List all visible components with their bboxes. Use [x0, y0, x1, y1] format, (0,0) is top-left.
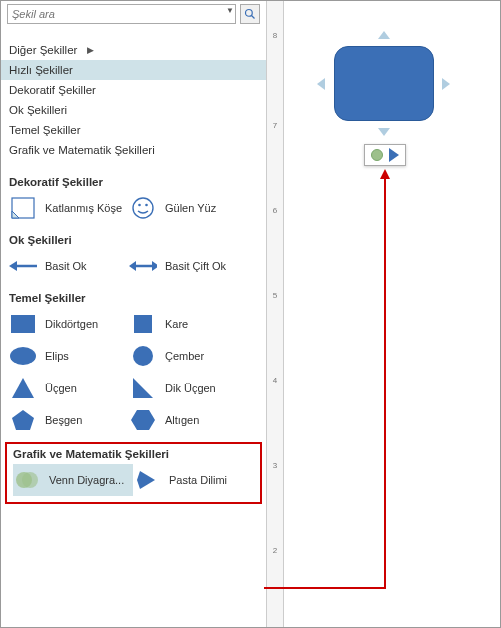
- callout-arrow-horizontal: [264, 587, 384, 589]
- category-arrows[interactable]: Ok Şekilleri: [1, 100, 266, 120]
- category-label: Diğer Şekiller: [9, 44, 77, 56]
- shape-grid: Basit Ok Basit Çift Ok: [9, 250, 258, 282]
- venn-mini-icon[interactable]: [371, 149, 383, 161]
- ruler-tick: 4: [267, 376, 283, 385]
- shape-rectangle[interactable]: Dikdörtgen: [9, 308, 129, 340]
- shape-folded-corner[interactable]: Katlanmış Köşe: [9, 192, 129, 224]
- shape-triangle[interactable]: Üçgen: [9, 372, 129, 404]
- section-arrows: Ok Şekilleri Basit Ok Basit Çift Ok: [1, 228, 266, 286]
- square-icon: [129, 312, 157, 336]
- category-decorative[interactable]: Dekoratif Şekiller: [1, 80, 266, 100]
- rounded-rectangle-shape[interactable]: [334, 46, 434, 121]
- category-label: Hızlı Şekiller: [9, 64, 73, 76]
- hexagon-icon: [129, 408, 157, 432]
- shape-grid: Katlanmış Köşe Gülen Yüz: [9, 192, 258, 224]
- shapes-pane: ▼ Diğer Şekiller ▶ Hızlı Şekiller Dekora…: [1, 1, 266, 627]
- shape-label: Dik Üçgen: [165, 382, 216, 394]
- shape-label: Gülen Yüz: [165, 202, 216, 214]
- drawing-canvas[interactable]: [284, 1, 500, 627]
- shape-hexagon[interactable]: Altıgen: [129, 404, 249, 436]
- section-decorative: Dekoratif Şekiller Katlanmış Köşe Gülen …: [1, 170, 266, 228]
- autoconnect-right-icon[interactable]: [442, 78, 450, 90]
- shape-double-arrow[interactable]: Basit Çift Ok: [129, 250, 249, 282]
- pentagon-icon: [9, 408, 37, 432]
- venn-icon: [13, 468, 41, 492]
- shape-label: Dikdörtgen: [45, 318, 98, 330]
- ruler-tick: 7: [267, 121, 283, 130]
- shape-label: Üçgen: [45, 382, 77, 394]
- shape-label: Pasta Dilimi: [169, 474, 227, 486]
- svg-marker-16: [12, 378, 34, 398]
- shape-label: Elips: [45, 350, 69, 362]
- category-math[interactable]: Grafik ve Matematik Şekilleri: [1, 140, 266, 160]
- autoconnect-left-icon[interactable]: [317, 78, 325, 90]
- svg-marker-22: [137, 471, 155, 489]
- autoconnect-up-icon[interactable]: [378, 31, 390, 39]
- svg-marker-19: [131, 410, 155, 430]
- shape-venn[interactable]: Venn Diyagra...: [13, 464, 133, 496]
- svg-marker-17: [133, 378, 153, 398]
- shape-ellipse[interactable]: Elips: [9, 340, 129, 372]
- shape-label: Çember: [165, 350, 204, 362]
- svg-point-21: [22, 472, 38, 488]
- shape-label: Kare: [165, 318, 188, 330]
- search-icon: [244, 8, 256, 20]
- smiley-icon: [129, 196, 157, 220]
- category-other[interactable]: Diğer Şekiller ▶: [1, 40, 266, 60]
- shape-grid: Venn Diyagra... Pasta Dilimi: [13, 464, 254, 496]
- shape-label: Katlanmış Köşe: [45, 202, 122, 214]
- search-button[interactable]: [240, 4, 260, 24]
- shape-pie-slice[interactable]: Pasta Dilimi: [133, 464, 253, 496]
- ruler-tick: 2: [267, 546, 283, 555]
- ruler-tick: 3: [267, 461, 283, 470]
- svg-marker-18: [12, 410, 34, 430]
- app-window: ▼ Diğer Şekiller ▶ Hızlı Şekiller Dekora…: [0, 0, 501, 628]
- section-title: Grafik ve Matematik Şekilleri: [13, 448, 254, 460]
- search-input[interactable]: [7, 4, 236, 24]
- svg-line-1: [252, 16, 255, 19]
- shape-label: Venn Diyagra...: [49, 474, 124, 486]
- section-title: Dekoratif Şekiller: [9, 176, 258, 188]
- double-arrow-icon: [129, 254, 157, 278]
- svg-point-6: [145, 204, 148, 207]
- shape-smiley[interactable]: Gülen Yüz: [129, 192, 249, 224]
- shape-right-triangle[interactable]: Dik Üçgen: [129, 372, 249, 404]
- autoconnect-down-icon[interactable]: [378, 128, 390, 136]
- section-basic: Temel Şekiller Dikdörtgen Kare Elips Çem…: [1, 286, 266, 440]
- triangle-icon: [9, 376, 37, 400]
- shape-label: Basit Ok: [45, 260, 87, 272]
- search-dropdown-icon[interactable]: ▼: [226, 6, 234, 15]
- pie-slice-mini-icon[interactable]: [389, 148, 399, 162]
- circle-icon: [129, 344, 157, 368]
- simple-arrow-icon: [9, 254, 37, 278]
- shape-grid: Dikdörtgen Kare Elips Çember Üçgen: [9, 308, 258, 436]
- pie-slice-icon: [133, 468, 161, 492]
- category-label: Grafik ve Matematik Şekilleri: [9, 144, 155, 156]
- search-box: ▼: [7, 4, 236, 24]
- svg-marker-10: [129, 261, 136, 271]
- shape-simple-arrow[interactable]: Basit Ok: [9, 250, 129, 282]
- svg-point-15: [133, 346, 153, 366]
- vertical-ruler: 8 7 6 5 4 3 2: [266, 1, 284, 627]
- chevron-right-icon: ▶: [87, 45, 94, 55]
- shape-mini-toolbar[interactable]: [364, 144, 406, 166]
- svg-rect-12: [11, 315, 35, 333]
- category-basic[interactable]: Temel Şekiller: [1, 120, 266, 140]
- ellipse-icon: [9, 344, 37, 368]
- section-title: Ok Şekilleri: [9, 234, 258, 246]
- category-list: Diğer Şekiller ▶ Hızlı Şekiller Dekorati…: [1, 40, 266, 160]
- svg-marker-8: [9, 261, 17, 271]
- callout-arrow-vertical: [384, 179, 386, 589]
- svg-point-4: [133, 198, 153, 218]
- folded-corner-icon: [9, 196, 37, 220]
- category-label: Temel Şekiller: [9, 124, 81, 136]
- shape-pentagon[interactable]: Beşgen: [9, 404, 129, 436]
- shape-label: Basit Çift Ok: [165, 260, 226, 272]
- right-triangle-icon: [129, 376, 157, 400]
- category-quick[interactable]: Hızlı Şekiller: [1, 60, 266, 80]
- shape-label: Beşgen: [45, 414, 82, 426]
- shape-circle[interactable]: Çember: [129, 340, 249, 372]
- shape-square[interactable]: Kare: [129, 308, 249, 340]
- svg-rect-13: [134, 315, 152, 333]
- shape-label: Altıgen: [165, 414, 199, 426]
